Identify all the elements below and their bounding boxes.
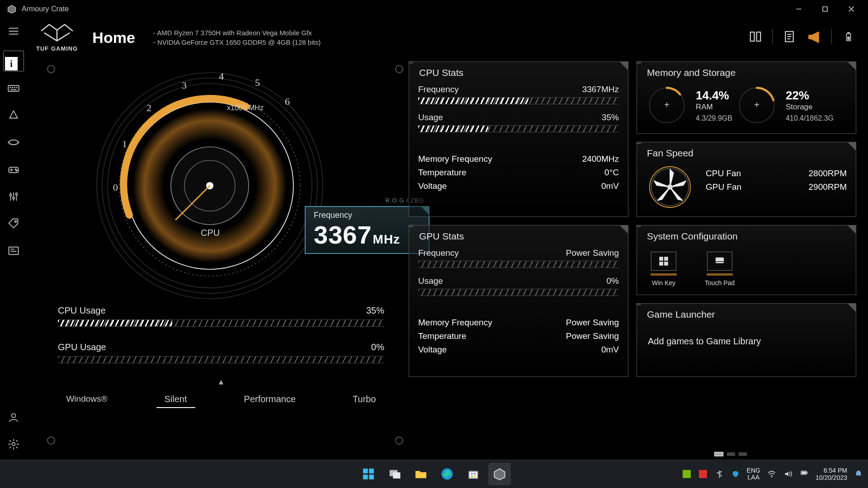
tray-amd-icon[interactable]: [698, 469, 708, 479]
svg-marker-0: [8, 5, 16, 14]
system-config-panel: System Configuration Win Key Touch Pad: [637, 225, 856, 295]
svg-rect-38: [848, 33, 849, 34]
layout-switch-button[interactable]: [747, 28, 764, 45]
taskbar-file-explorer-button[interactable]: [410, 463, 432, 485]
sidebar-item-deals[interactable]: [6, 216, 21, 231]
svg-point-23: [13, 197, 14, 199]
tray-battery-icon[interactable]: [799, 469, 809, 479]
tray-wifi-icon[interactable]: [767, 469, 777, 479]
page-indicator[interactable]: [714, 452, 747, 456]
tray-clock[interactable]: 6:54 PM10/20/2023: [816, 467, 847, 481]
svg-rect-76: [469, 471, 478, 479]
taskbar-store-button[interactable]: [462, 463, 485, 485]
tray-security-icon[interactable]: [731, 469, 741, 479]
tuf-logo: TUF GAMING: [36, 20, 78, 52]
svg-rect-79: [471, 476, 473, 478]
svg-rect-31: [750, 32, 755, 41]
svg-rect-83: [699, 470, 707, 478]
svg-point-11: [14, 87, 15, 88]
svg-point-25: [15, 221, 17, 223]
sidebar-item-settings[interactable]: [6, 436, 21, 452]
svg-rect-8: [8, 85, 19, 91]
gauge-center-label: CPU: [201, 228, 220, 238]
gpu-stats-panel: GPU Stats FrequencyPower Saving Usage0% …: [409, 225, 628, 377]
svg-rect-82: [683, 470, 691, 478]
game-launcher-panel: Game Launcher Add games to Game Library: [637, 303, 856, 377]
mode-silent[interactable]: Silent: [156, 391, 195, 408]
svg-rect-71: [363, 474, 368, 479]
page-title: Home: [92, 29, 135, 47]
tray-bluetooth-icon[interactable]: [714, 469, 724, 479]
svg-text:4: 4: [219, 70, 224, 82]
svg-text:5: 5: [255, 77, 260, 88]
tray-volume-icon[interactable]: [783, 469, 793, 479]
windows-taskbar: ENGLAA 6:54 PM10/20/2023: [0, 460, 868, 488]
svg-text:6: 6: [285, 96, 290, 107]
sidebar-item-tuning[interactable]: [6, 189, 21, 204]
sidebar-item-keyboard[interactable]: [6, 80, 21, 96]
taskbar-start-button[interactable]: [357, 463, 380, 485]
cpu-stats-panel: CPU Stats Frequency3367MHz Usage35% Memo…: [409, 61, 628, 217]
sidebar-item-aura[interactable]: [6, 108, 21, 123]
fan-icon: [648, 165, 692, 209]
info-badge-icon: i: [5, 57, 18, 70]
mode-windows[interactable]: Windows®: [58, 391, 115, 408]
svg-rect-87: [802, 472, 806, 474]
header-actions: [747, 28, 857, 45]
taskbar-task-view-button[interactable]: [383, 463, 406, 485]
svg-rect-32: [757, 32, 761, 41]
svg-text:+: +: [664, 100, 670, 110]
menu-toggle-button[interactable]: [6, 23, 21, 39]
window-maximize-button[interactable]: [812, 0, 838, 18]
window-close-button[interactable]: [838, 0, 864, 18]
window-minimize-button[interactable]: [786, 0, 812, 18]
syscfg-touchpad-toggle[interactable]: Touch Pad: [705, 252, 735, 286]
system-specs: AMD Ryzen 7 3750H with Radeon Vega Mobil…: [153, 28, 321, 47]
svg-point-12: [16, 87, 17, 88]
ram-gauge-icon: +: [646, 84, 688, 126]
svg-rect-65: [659, 262, 663, 266]
svg-rect-66: [664, 262, 668, 266]
sidebar-item-user[interactable]: [6, 409, 21, 425]
svg-rect-78: [474, 473, 476, 475]
gauge-unit-label: x1000 MHz: [227, 104, 264, 112]
tray-language[interactable]: ENGLAA: [747, 467, 760, 481]
battery-icon[interactable]: [840, 28, 857, 45]
tray-nvidia-icon[interactable]: [682, 469, 692, 479]
game-launcher-add-link[interactable]: Add games to Game Library: [648, 336, 847, 347]
svg-point-9: [10, 87, 10, 88]
gpu-usage-row: GPU Usage0%: [58, 342, 384, 363]
cpu-usage-row: CPU Usage35%: [58, 305, 384, 327]
taskbar-armoury-crate-button[interactable]: [488, 463, 511, 485]
sidebar-item-gamepad[interactable]: [6, 162, 21, 177]
svg-rect-72: [369, 474, 374, 479]
svg-rect-74: [393, 472, 400, 479]
syscfg-win-key-toggle[interactable]: Win Key: [651, 252, 677, 286]
announce-button[interactable]: [806, 28, 823, 45]
svg-rect-69: [363, 469, 368, 474]
svg-rect-70: [369, 469, 374, 474]
sidebar-item-news[interactable]: [6, 243, 21, 258]
sidebar-item-featured[interactable]: [6, 135, 21, 150]
svg-text:+: +: [754, 100, 760, 110]
svg-rect-77: [471, 473, 473, 475]
sidebar-item-home[interactable]: i: [6, 53, 21, 69]
mode-turbo[interactable]: Turbo: [344, 391, 384, 408]
taskbar-edge-button[interactable]: [436, 463, 458, 485]
fan-speed-panel: Fan Speed CPU Fan2800RPM GPU: [637, 142, 856, 217]
svg-rect-86: [807, 472, 807, 474]
svg-point-10: [12, 87, 13, 88]
svg-rect-39: [847, 37, 850, 40]
app-title: Armoury Crate: [22, 5, 69, 13]
notes-button[interactable]: [781, 28, 798, 45]
storage-gauge-icon: +: [736, 84, 778, 126]
svg-rect-2: [823, 7, 827, 11]
tray-notifications-icon[interactable]: [854, 469, 863, 479]
svg-point-84: [771, 477, 772, 478]
sidebar: i: [0, 18, 27, 460]
windows-key-icon: [658, 255, 670, 267]
memory-storage-panel: Memory and Storage + 14.4% RAM 4.3/29.9G…: [637, 61, 856, 134]
mode-performance[interactable]: Performance: [236, 391, 304, 408]
performance-mode-tabs: Windows® Silent Performance Turbo: [42, 391, 400, 408]
svg-rect-80: [474, 476, 476, 478]
